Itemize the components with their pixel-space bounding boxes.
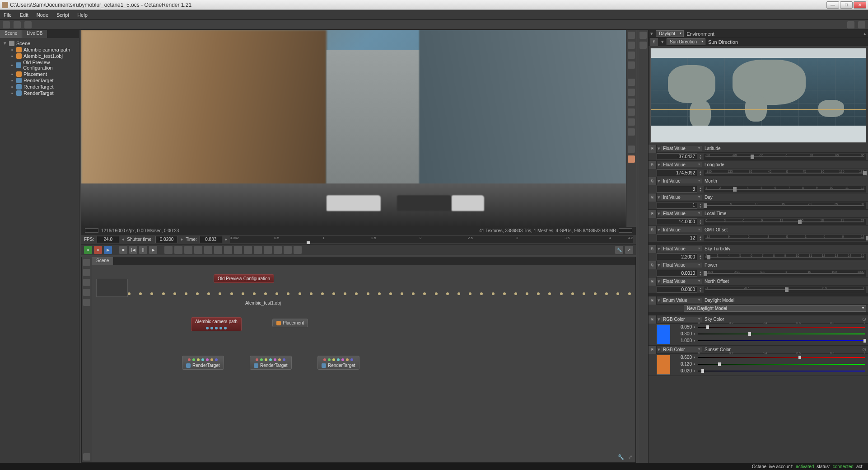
tree-item[interactable]: ▪Alembic camera path — [2, 47, 77, 53]
expand-icon[interactable] — [83, 453, 90, 461]
rgb-b-value[interactable]: 0.020 — [671, 368, 694, 373]
minimap[interactable] — [96, 279, 128, 297]
tool-icon[interactable] — [204, 246, 212, 254]
ng-tool-icon[interactable] — [83, 269, 90, 276]
toolbar-btn[interactable] — [14, 21, 21, 28]
wrench-icon[interactable] — [847, 21, 854, 28]
rt-tool-icon[interactable] — [639, 32, 647, 39]
menu-script[interactable]: Script — [56, 12, 69, 18]
prev-button[interactable]: |◀ — [129, 246, 137, 254]
vp-tool-icon[interactable] — [628, 42, 635, 49]
toolbar-btn[interactable] — [3, 21, 10, 28]
link-icon[interactable]: ⎘ — [649, 277, 657, 286]
param-type-dropdown[interactable]: Float Value — [661, 279, 702, 284]
rgb-b-value[interactable]: 1.000 — [671, 338, 694, 343]
expand-icon[interactable] — [858, 21, 865, 28]
param-type-dropdown[interactable]: Float Value — [661, 211, 702, 216]
menu-help[interactable]: Help — [77, 12, 88, 18]
tree-item[interactable]: ▪RenderTarget — [2, 84, 77, 90]
node-rendertarget[interactable]: RenderTarget — [250, 356, 292, 370]
param-type-dropdown[interactable]: Int Value — [661, 195, 702, 200]
tool-icon[interactable] — [254, 246, 262, 254]
vp-tool-icon[interactable] — [628, 79, 635, 86]
world-map[interactable] — [650, 48, 866, 143]
tool-icon[interactable] — [224, 246, 232, 254]
record-button[interactable]: ● — [84, 246, 92, 254]
stop-record-button[interactable]: ● — [94, 246, 102, 254]
menu-node[interactable]: Node — [37, 12, 48, 18]
param-type-dropdown[interactable]: Enum Value — [661, 298, 702, 303]
tool-icon[interactable] — [184, 246, 192, 254]
rgb-g-slider[interactable] — [698, 332, 865, 336]
vp-tool-icon[interactable] — [628, 155, 635, 163]
tool-icon[interactable] — [214, 246, 222, 254]
tree-item[interactable]: ▪Placement — [2, 71, 77, 77]
sundir-dropdown[interactable]: Sun Direction — [667, 38, 705, 45]
tool-icon[interactable] — [174, 246, 182, 254]
link-icon[interactable]: ⎘ — [649, 161, 657, 169]
pause-button[interactable]: || — [139, 246, 147, 254]
param-slider[interactable]: 151015202531 — [704, 202, 866, 209]
toolbar-btn[interactable] — [24, 21, 32, 28]
param-type-dropdown[interactable]: Int Value — [661, 179, 702, 183]
vp-tool-icon[interactable] — [628, 61, 635, 69]
spinner[interactable]: ▲▼ — [699, 170, 704, 176]
render-viewport[interactable] — [81, 30, 626, 227]
param-type-dropdown[interactable]: Float Value — [661, 146, 702, 151]
param-value-input[interactable] — [657, 235, 697, 241]
rt-tool-icon[interactable] — [639, 42, 647, 49]
ng-tool-icon[interactable] — [83, 259, 90, 266]
menu-edit[interactable]: Edit — [20, 12, 28, 18]
link-icon[interactable]: ⎘ — [650, 38, 658, 46]
tree-root[interactable]: ▾Scene — [2, 40, 77, 47]
tool-icon[interactable] — [244, 246, 252, 254]
param-value-input[interactable] — [657, 169, 697, 176]
spinner[interactable]: ▲▼ — [699, 154, 704, 160]
spinner[interactable]: ▲▼ — [699, 254, 704, 260]
spinner[interactable]: ▲▼ — [699, 235, 704, 241]
vp-tool-icon[interactable] — [628, 99, 635, 106]
menu-file[interactable]: File — [4, 12, 12, 18]
param-value-input[interactable] — [657, 270, 697, 277]
minimize-button[interactable]: — — [826, 1, 839, 9]
rgb-r-slider[interactable]: 00.20.40.60.81 — [698, 355, 865, 360]
param-slider[interactable]: -1-0.500.51 — [704, 287, 866, 293]
node-old-preview[interactable]: Old Preview Configuration — [214, 274, 274, 283]
spinner[interactable]: ▲▼ — [699, 271, 704, 276]
node-placement[interactable]: Placement — [272, 319, 308, 327]
tab-livedb[interactable]: Live DB — [22, 30, 47, 38]
expand-icon[interactable]: ⤢ — [625, 246, 633, 254]
env-dropdown[interactable]: Daylight — [656, 30, 684, 37]
tool-icon[interactable] — [164, 246, 173, 254]
sky-color-swatch[interactable] — [657, 324, 670, 344]
node-rendertarget[interactable]: RenderTarget — [317, 356, 359, 370]
ng-tool-icon[interactable] — [83, 289, 90, 296]
render-button[interactable]: ▶ — [104, 246, 112, 254]
vp-tool-icon[interactable] — [628, 128, 635, 136]
node-alembic-cam[interactable]: Alembic camera path — [191, 317, 242, 331]
param-slider[interactable]: -12-9-6-3036912 — [704, 235, 866, 241]
close-button[interactable]: ✕ — [854, 1, 866, 9]
node-rendertarget[interactable]: RenderTarget — [182, 356, 224, 370]
vp-tool-icon[interactable] — [628, 118, 635, 126]
param-type-dropdown[interactable]: RGB Color — [661, 347, 702, 352]
param-slider[interactable]: 23456789101112131415 — [704, 254, 866, 260]
tool-icon[interactable] — [234, 246, 242, 254]
tool-icon[interactable] — [274, 246, 282, 254]
param-slider[interactable]: 123456789101112 — [704, 186, 866, 193]
vp-tool-icon[interactable] — [628, 52, 635, 59]
ng-tab-scene[interactable]: Scene — [92, 257, 114, 265]
tool-icon[interactable] — [284, 246, 292, 254]
param-value-input[interactable] — [657, 186, 697, 193]
link-icon[interactable]: ⎘ — [649, 226, 657, 234]
daylight-model-select[interactable]: New Daylight Model — [684, 305, 866, 312]
rgb-b-slider[interactable] — [698, 338, 865, 343]
ng-tool-icon[interactable] — [83, 299, 90, 306]
param-type-dropdown[interactable]: RGB Color — [661, 317, 702, 322]
rgb-b-slider[interactable] — [698, 369, 865, 373]
rgb-r-slider[interactable]: 00.20.40.60.81 — [698, 325, 865, 329]
param-slider[interactable]: 03691215182124 — [704, 219, 866, 225]
stop-button[interactable]: ■ — [119, 246, 127, 254]
link-icon[interactable]: ⎘ — [649, 245, 657, 253]
play-button[interactable]: ▶ — [149, 246, 157, 254]
